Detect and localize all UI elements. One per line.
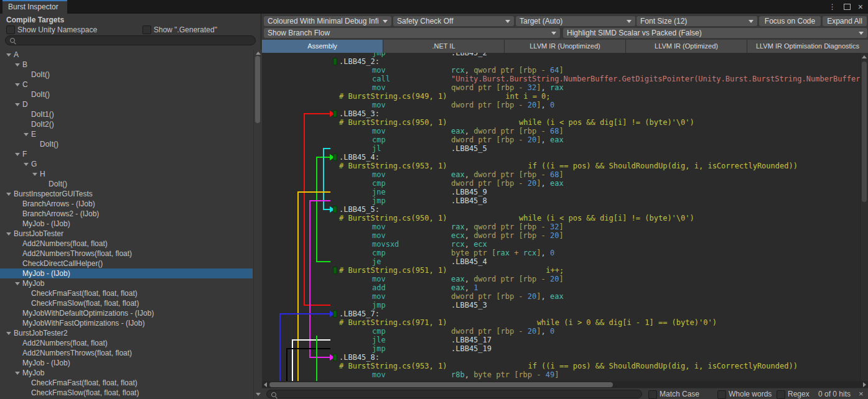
expander-triangle-icon[interactable] <box>15 282 20 285</box>
tree-item[interactable]: MyJob <box>0 368 253 378</box>
tab-llvm-ir-unoptimized[interactable]: LLVM IR (Unoptimized) <box>505 40 626 53</box>
tree-item[interactable]: Add2Numbers(float, float) <box>0 338 253 348</box>
asm-line: movdword ptr [rbp - 20], 0 <box>262 101 868 109</box>
show-generated-checkbox[interactable] <box>142 25 151 34</box>
asm-line: movsxdrcx, ecx <box>262 240 868 249</box>
tree-item[interactable]: G <box>0 159 253 169</box>
tree-item[interactable]: BranchArrows2 - (IJob) <box>0 209 253 219</box>
asm-line: moveax, dword ptr [rbp - 20] <box>262 275 868 283</box>
simd-highlight-dropdown[interactable]: Highlight SIMD Scalar vs Packed (False) <box>563 28 867 38</box>
expander-triangle-icon[interactable] <box>15 83 20 86</box>
whole-words-checkbox[interactable] <box>717 390 726 399</box>
tree-item[interactable]: C <box>0 80 253 89</box>
tree-item[interactable]: A <box>0 50 253 60</box>
expander-triangle-icon[interactable] <box>32 173 37 176</box>
tree-item[interactable]: BranchArrows - (IJob) <box>0 199 253 209</box>
expander-triangle-icon[interactable] <box>6 332 11 335</box>
show-generated-label: Show ".Generated" <box>154 25 217 34</box>
expander-triangle-icon[interactable] <box>15 372 20 375</box>
search-close-icon[interactable]: × <box>859 389 864 398</box>
tree-item[interactable]: DoIt() <box>0 179 253 189</box>
scroll-left-icon[interactable] <box>264 382 267 387</box>
expand-all-button[interactable]: Expand All <box>823 16 867 26</box>
expander-triangle-icon[interactable] <box>6 193 11 196</box>
tree-scrollbar[interactable] <box>253 50 262 399</box>
view-tabs: Assembly.NET ILLLVM IR (Unoptimized)LLVM… <box>262 40 868 53</box>
show-unity-namespace-checkbox[interactable] <box>6 25 15 34</box>
asm-line: moveax, dword ptr [rbp - 68] <box>262 170 868 179</box>
window-menu-icon[interactable]: ⋮ <box>829 3 836 11</box>
tree-scrollbar-thumb[interactable] <box>255 56 260 123</box>
tree-item[interactable]: MyJob <box>0 278 253 288</box>
expander-triangle-icon[interactable] <box>6 53 11 57</box>
tree-item[interactable]: H <box>0 169 253 179</box>
tree-item[interactable]: BurstInspectorGUITests <box>0 189 253 199</box>
tree-item[interactable]: Add2NumbersThrows(float, float) <box>0 348 253 358</box>
expander-triangle-icon[interactable] <box>15 63 20 66</box>
tree-item[interactable]: CheckFmaFast(float, float, float) <box>0 378 253 388</box>
tree-item[interactable]: Add2Numbers(float, float) <box>0 239 253 249</box>
tree-item-label: Add2NumbersThrows(float, float) <box>22 349 132 357</box>
tree-item[interactable]: F <box>0 149 253 159</box>
scroll-right-icon[interactable] <box>863 382 866 387</box>
tree-item[interactable]: CheckFmaFast(float, float, float) <box>0 288 253 298</box>
code-scrollbar-thumb[interactable] <box>862 62 867 202</box>
tree-item[interactable]: CheckDirectCallHelper() <box>0 259 253 268</box>
tab-llvm-ir-optimized[interactable]: LLVM IR (Optimized) <box>626 40 747 53</box>
expander-triangle-icon[interactable] <box>6 232 11 236</box>
window-tab-burst-inspector[interactable]: Burst Inspector <box>2 0 67 14</box>
tab-assembly[interactable]: Assembly <box>262 40 383 53</box>
tree-item-label: Add2NumbersThrows(float, float) <box>22 249 132 258</box>
tree-item[interactable]: D <box>0 99 253 109</box>
tree-item[interactable]: BurstJobTester <box>0 229 253 239</box>
tree-item[interactable]: DoIt() <box>0 139 253 149</box>
tree-item-label: F <box>22 150 27 158</box>
tab-net-il[interactable]: .NET IL <box>383 40 505 53</box>
maximize-icon[interactable] <box>844 4 851 10</box>
focus-on-code-button[interactable]: Focus on Code <box>759 16 821 26</box>
tree-item[interactable]: CheckFmaSlow(float, float, float) <box>0 298 253 308</box>
tree-item[interactable]: B <box>0 60 253 70</box>
regex-checkbox[interactable] <box>777 390 785 399</box>
tree-item-label: B <box>22 60 27 69</box>
tree-item[interactable]: DoIt() <box>0 89 253 99</box>
show-branch-flow-dropdown[interactable]: Show Branch Flow <box>264 28 560 38</box>
expander-triangle-icon[interactable] <box>15 103 20 106</box>
tree-item-label: MyJob - (IJob) <box>22 219 70 228</box>
tree-item[interactable]: E <box>0 129 253 139</box>
tree-item[interactable]: MyJob - (IJob) <box>0 219 253 229</box>
tree-item[interactable]: MyJob - (IJob) <box>0 358 253 368</box>
close-icon[interactable]: × <box>858 2 863 11</box>
assembly-code-view[interactable]: jmp.LBB45_2.LBB45_2:movrcx, qword ptr [r… <box>262 53 868 381</box>
tree-item[interactable]: MyJobWithFastOptimizations - (IJob) <box>0 318 253 328</box>
tree-item[interactable]: DoIt1() <box>0 109 253 119</box>
debug-info-dropdown[interactable]: Coloured With Minimal Debug Infi <box>264 16 391 26</box>
scroll-up-icon[interactable] <box>256 52 261 55</box>
targets-search-input[interactable] <box>5 35 256 45</box>
tree-item[interactable]: MyJobWithDefaultOptimizations - (IJob) <box>0 308 253 318</box>
match-case-checkbox[interactable] <box>648 390 657 399</box>
expander-triangle-icon[interactable] <box>24 163 29 166</box>
expander-triangle-icon[interactable] <box>15 153 20 156</box>
code-search-bar: Match CaseWhole wordsRegex 0 of 0 hits × <box>262 388 868 399</box>
safety-check-dropdown[interactable]: Safety Check Off <box>393 16 514 26</box>
tree-item[interactable]: BurstJobTester2 <box>0 328 253 338</box>
expander-triangle-icon[interactable] <box>24 133 29 136</box>
font-size-dropdown[interactable]: Font Size (12) <box>637 16 757 26</box>
tree-item[interactable]: Add2NumbersThrows(float, float) <box>0 249 253 259</box>
regex-label: Regex <box>788 390 810 398</box>
tree-item[interactable]: DoIt() <box>0 70 253 80</box>
asm-line: jle.LBB45_17 <box>262 336 868 344</box>
tree-item[interactable]: MyJob - (IJob) <box>0 268 253 278</box>
code-search-input[interactable] <box>266 390 642 398</box>
code-hscrollbar-thumb[interactable] <box>269 382 613 387</box>
tree-item[interactable]: CheckFmaSlow(float, float, float) <box>0 388 253 398</box>
scroll-down-icon[interactable] <box>256 393 261 396</box>
tree-item-label: Add2Numbers(float, float) <box>22 339 108 347</box>
code-horizontal-scrollbar[interactable] <box>262 381 868 388</box>
tab-llvm-ir-optimisation-diagnostics[interactable]: LLVM IR Optimisation Diagnostics <box>747 40 868 53</box>
code-vertical-scrollbar[interactable] <box>860 53 868 381</box>
scroll-up-icon[interactable] <box>862 55 867 58</box>
tree-item[interactable]: DoIt2() <box>0 119 253 129</box>
target-dropdown[interactable]: Target (Auto) <box>516 16 635 26</box>
